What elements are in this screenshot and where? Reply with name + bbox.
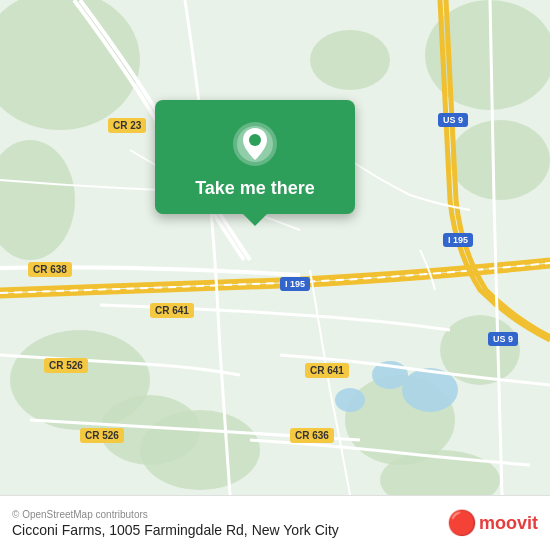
road-label-cr638: CR 638 (28, 262, 72, 277)
moovit-text: moovit (479, 513, 538, 534)
take-me-there-button[interactable]: Take me there (195, 178, 315, 199)
map-container: CR 23 US 9 I 195 I 195 CR 638 CR 641 CR … (0, 0, 550, 495)
info-left: © OpenStreetMap contributors Cicconi Far… (12, 509, 339, 538)
info-bar: © OpenStreetMap contributors Cicconi Far… (0, 495, 550, 550)
moovit-logo: 🔴 moovit (447, 509, 538, 537)
road-label-i195-right: I 195 (443, 233, 473, 247)
svg-point-2 (450, 120, 550, 200)
attribution-text: © OpenStreetMap contributors (12, 509, 339, 520)
location-name: Cicconi Farms, 1005 Farmingdale Rd, New … (12, 522, 339, 538)
road-label-cr526-bottom: CR 526 (80, 428, 124, 443)
moovit-icon: 🔴 (447, 509, 477, 537)
road-label-cr641-left: CR 641 (150, 303, 194, 318)
road-label-us9-top: US 9 (438, 113, 468, 127)
road-label-us9-bottom: US 9 (488, 332, 518, 346)
popup-card: Take me there (155, 100, 355, 214)
road-label-i195-mid: I 195 (280, 277, 310, 291)
svg-point-13 (335, 388, 365, 412)
svg-point-16 (249, 134, 261, 146)
svg-point-8 (310, 30, 390, 90)
road-label-cr526-left: CR 526 (44, 358, 88, 373)
svg-point-3 (0, 140, 75, 260)
map-svg (0, 0, 550, 495)
road-label-cr636: CR 636 (290, 428, 334, 443)
road-label-cr641-right: CR 641 (305, 363, 349, 378)
road-label-cr23: CR 23 (108, 118, 146, 133)
location-pin-icon (231, 120, 279, 168)
